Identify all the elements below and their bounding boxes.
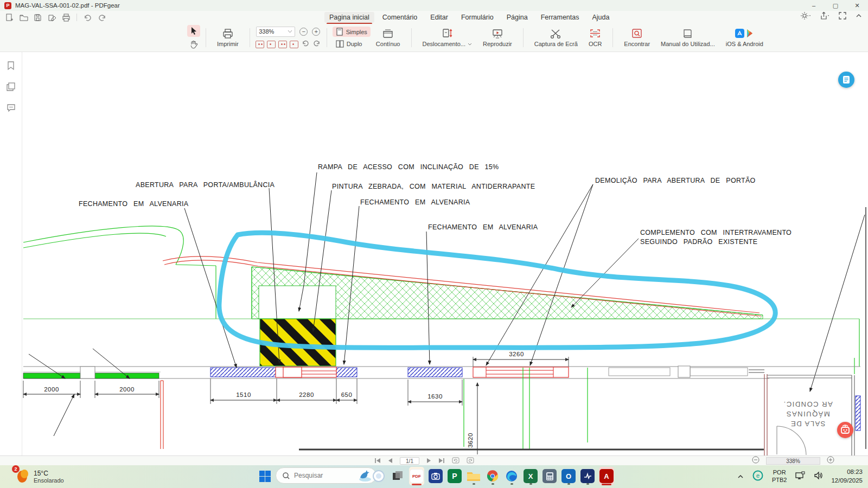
taskbar-edge[interactable] [504,467,519,485]
view-double-button[interactable]: Duplo [333,39,366,49]
taskbar-task-view[interactable] [390,467,405,485]
ai-assistant-button[interactable] [837,422,853,438]
menu-comentario[interactable]: Comentário [378,12,423,23]
status-zoom-value[interactable]: 338% [766,457,820,465]
taskbar-dev-app[interactable] [580,467,595,485]
svg-text:e: e [756,472,760,479]
title-bar: P MAG-VAL-SSA-001-02.pdf - PDFgear – ▢ ✕ [0,0,868,11]
previous-page-icon[interactable] [388,456,393,466]
close-button[interactable]: ✕ [846,0,868,11]
ocr-button[interactable]: OCR [583,24,607,52]
weather-widget[interactable]: 2 15°C Ensolarado [15,467,64,486]
room-label-line3: AR CONDIC. [783,400,833,408]
taskbar-publisher[interactable]: P [447,467,462,485]
print-button[interactable]: Imprimir [212,24,244,52]
menu-pagina[interactable]: Página [502,12,533,23]
save-icon[interactable] [33,12,43,22]
search-input[interactable] [294,472,358,479]
theme-icon[interactable] [800,11,811,22]
fit-visible-icon[interactable] [290,41,298,48]
language-indicator[interactable]: POR PTB2 [772,469,787,484]
comments-icon[interactable] [7,104,16,114]
fullscreen-icon[interactable] [838,11,847,22]
open-file-icon[interactable] [18,12,29,22]
taskbar-excel[interactable]: X [523,467,538,485]
dim-1510: 1510 [236,391,251,398]
mobile-apps-button[interactable]: iOS & Android [720,24,769,52]
excel-icon: X [524,469,538,483]
thumbnails-icon[interactable] [7,82,16,94]
zoom-combobox[interactable]: 338% [256,27,295,37]
quick-print-icon[interactable] [61,12,71,22]
label-demolicao: DEMOLIÇÃO PARA ABERTURA DE PORTÃO [595,177,756,184]
last-page-icon[interactable] [438,456,445,466]
hand-tool-button[interactable] [189,40,198,51]
status-zoom-in-icon[interactable] [827,456,834,466]
undo-icon[interactable] [82,12,93,22]
status-zoom-out-icon[interactable] [752,456,760,466]
tray-time: 08:23 [831,468,863,477]
menu-row: Pagina inicial Comentário Editar Formulá… [0,11,868,24]
view-continuous-label: Contínuo [376,41,400,47]
network-icon[interactable] [795,471,806,482]
tray-chevron-up-icon[interactable] [737,472,744,481]
scrolling-button[interactable]: Deslocamento... [417,24,477,52]
page-indicator[interactable]: 1/1 [400,457,419,465]
volume-icon[interactable] [814,471,824,482]
menu-editar[interactable]: Editar [425,12,453,23]
minimize-button[interactable]: – [803,0,825,11]
taskbar-file-explorer[interactable] [466,467,481,485]
left-panel-bar [0,52,22,455]
pdfgear-window: P MAG-VAL-SSA-001-02.pdf - PDFgear – ▢ ✕… [0,0,868,488]
screen-capture-button[interactable]: Captura de Ecrã [529,24,583,52]
next-page-icon[interactable] [426,456,431,466]
maximize-button[interactable]: ▢ [825,0,846,11]
rotate-view-right-icon[interactable] [467,456,474,466]
play-button[interactable]: Reproduzir [477,24,518,52]
user-manual-button[interactable]: Manual do Utilizad... [655,24,720,52]
view-single-label: Simples [346,29,367,35]
pdfgear-taskbar-icon: PDF [410,469,424,483]
taskbar-chrome[interactable] [485,467,500,485]
collapse-ribbon-icon[interactable] [855,12,863,22]
menu-pagina-inicial[interactable]: Pagina inicial [324,12,374,23]
rotate-left-icon[interactable] [301,40,310,49]
start-button[interactable] [259,471,271,482]
rotate-right-icon[interactable] [312,40,321,49]
select-tool-button[interactable] [187,25,200,37]
dim-2000-left: 2000 [44,386,59,393]
tray-antivirus-icon[interactable]: e [752,470,763,483]
zoom-in-button[interactable]: + [312,28,320,36]
view-single-button[interactable]: Simples [333,27,371,37]
taskbar-scanner-app[interactable] [428,467,443,485]
taskbar-copilot[interactable] [371,467,386,485]
rotate-view-left-icon[interactable] [452,456,459,466]
menu-ferramentas[interactable]: Ferramentas [536,12,584,23]
new-file-icon[interactable] [4,12,15,22]
share-icon[interactable] [819,11,830,22]
fit-page-icon[interactable] [267,41,276,48]
menu-ajuda[interactable]: Ajuda [588,12,615,23]
find-button[interactable]: Encontrar [618,24,655,52]
taskbar-pdfgear[interactable]: PDF [409,467,424,485]
bookmarks-icon[interactable] [7,61,15,73]
taskbar-calculator[interactable] [542,467,557,485]
save-as-icon[interactable] [47,12,57,22]
menu-formulario[interactable]: Formulário [456,12,499,23]
zoom-out-button[interactable]: − [299,28,308,36]
actual-size-icon[interactable] [278,41,287,48]
dim-2280: 2280 [299,391,314,398]
label-fechamento-right: FECHAMENTO EM ALVENARIA [428,223,538,231]
first-page-icon[interactable] [374,456,381,466]
view-continuous-button[interactable]: Contínuo [371,24,406,52]
translate-button[interactable] [838,72,854,88]
search-box[interactable] [276,467,376,484]
label-fechamento-left: FECHAMENTO EM ALVENARIA [79,200,189,208]
taskbar-outlook[interactable]: O [561,467,576,485]
taskbar-acrobat[interactable]: A [599,467,614,485]
find-label: Encontrar [624,41,650,47]
fit-width-icon[interactable] [256,41,264,48]
redo-icon[interactable] [97,12,107,22]
document-page[interactable]: 2000 2000 1510 2280 650 1630 3260 3620 [22,52,868,455]
clock-widget[interactable]: 08:23 12/09/2025 [831,468,863,485]
